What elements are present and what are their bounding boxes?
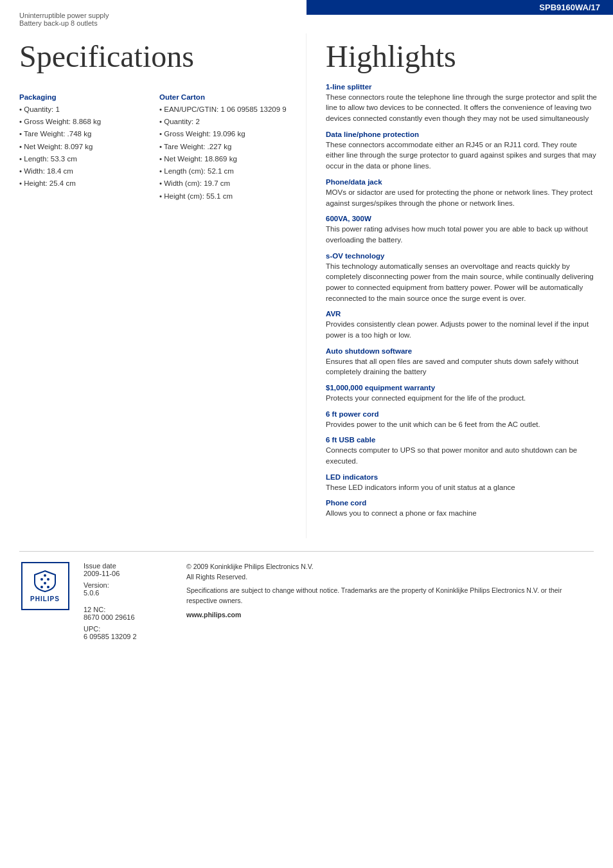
- philips-brand-text: PHILIPS: [30, 595, 60, 602]
- highlight-item: s-OV technologyThis technology automatic…: [326, 252, 597, 304]
- issue-date-value: 2009-11-06: [84, 570, 173, 577]
- list-item: Height (cm): 55.1 cm: [159, 190, 287, 203]
- highlight-text: These LED indicators inform you of unit …: [326, 482, 597, 493]
- version-value: 5.0.6: [84, 589, 173, 597]
- highlight-text: Allows you to connect a phone or fax mac…: [326, 508, 597, 519]
- highlight-item: Data line/phone protectionThese connecto…: [326, 131, 597, 172]
- svg-point-6: [47, 586, 49, 588]
- legal-text: Specifications are subject to change wit…: [186, 586, 594, 606]
- list-item: Quantity: 2: [159, 116, 287, 128]
- highlights-container: 1-line splitterThese connectors route th…: [326, 83, 597, 519]
- list-item: Net Weight: 8.097 kg: [19, 141, 147, 153]
- highlight-text: These connectors accommodate either an R…: [326, 140, 597, 172]
- highlight-item: 6 ft power cordProvides power to the uni…: [326, 410, 597, 430]
- footer-legal: © 2009 Koninklijke Philips Electronics N…: [186, 562, 594, 620]
- highlight-text: Protects your connected equipment for th…: [326, 393, 597, 404]
- highlight-item: LED indicatorsThese LED indicators infor…: [326, 473, 597, 493]
- highlight-title: Auto shutdown software: [326, 347, 597, 355]
- list-item: Width: 18.4 cm: [19, 165, 147, 177]
- list-item: Tare Weight: .227 kg: [159, 141, 287, 153]
- list-item: Net Weight: 18.869 kg: [159, 153, 287, 165]
- footer-meta: Issue date 2009-11-06 Version: 5.0.6 12 …: [84, 562, 173, 640]
- outer-carton-section: Outer Carton EAN/UPC/GTIN: 1 06 09585 13…: [159, 86, 287, 203]
- highlight-text: Ensures that all open files are saved an…: [326, 356, 597, 377]
- main-content: Specifications Packaging Quantity: 1Gros…: [0, 33, 613, 538]
- svg-point-4: [44, 582, 46, 584]
- list-item: Height: 25.4 cm: [19, 177, 147, 190]
- highlight-title: Data line/phone protection: [326, 131, 597, 138]
- product-code: SPB9160WA/17: [539, 3, 600, 12]
- highlight-item: 1-line splitterThese connectors route th…: [326, 83, 597, 124]
- highlights-title: Highlights: [326, 40, 597, 74]
- highlight-text: Provides consistently clean power. Adjus…: [326, 319, 597, 340]
- list-item: Quantity: 1: [19, 104, 147, 116]
- highlight-text: MOVs or sidactor are used for protecting…: [326, 187, 597, 208]
- highlight-title: 1-line splitter: [326, 83, 597, 91]
- issue-date-label: Issue date: [84, 562, 173, 570]
- highlight-title: $1,000,000 equipment warranty: [326, 384, 597, 392]
- upc-label: UPC:: [84, 625, 173, 633]
- rights: All Rights Reserved.: [186, 573, 247, 581]
- svg-point-5: [40, 586, 43, 588]
- svg-point-3: [47, 578, 49, 581]
- packaging-list: Quantity: 1Gross Weight: 8.868 kgTare We…: [19, 104, 147, 190]
- upc-row: UPC: 6 09585 13209 2: [84, 625, 173, 640]
- highlight-text: These connectors route the telephone lin…: [326, 92, 597, 124]
- highlight-title: 600VA, 300W: [326, 215, 597, 222]
- highlight-item: $1,000,000 equipment warrantyProtects yo…: [326, 384, 597, 404]
- philips-logo-box: PHILIPS: [21, 562, 69, 610]
- packaging-heading: Packaging: [19, 93, 147, 101]
- highlight-item: Auto shutdown softwareEnsures that all o…: [326, 347, 597, 377]
- list-item: Length: 53.3 cm: [19, 153, 147, 165]
- highlight-title: 6 ft USB cable: [326, 436, 597, 444]
- highlight-item: 600VA, 300WThis power rating advises how…: [326, 215, 597, 245]
- outer-carton-list: EAN/UPC/GTIN: 1 06 09585 13209 9Quantity…: [159, 104, 287, 203]
- issue-date-row: Issue date 2009-11-06: [84, 562, 173, 577]
- upc-value: 6 09585 13209 2: [84, 633, 173, 640]
- outer-carton-heading: Outer Carton: [159, 93, 287, 101]
- highlight-title: Phone/data jack: [326, 178, 597, 186]
- specs-title: Specifications: [19, 40, 287, 74]
- version-row: Version: 5.0.6: [84, 581, 173, 597]
- header-bar: SPB9160WA/17: [306, 0, 613, 15]
- footer-logo: PHILIPS: [19, 562, 71, 610]
- svg-point-2: [40, 578, 43, 581]
- highlight-item: 6 ft USB cableConnects computer to UPS s…: [326, 436, 597, 466]
- list-item: EAN/UPC/GTIN: 1 06 09585 13209 9: [159, 104, 287, 116]
- nc-row: 12 NC: 8670 000 29616: [84, 606, 173, 621]
- highlight-title: LED indicators: [326, 473, 597, 481]
- version-label: Version:: [84, 581, 173, 589]
- footer: PHILIPS Issue date 2009-11-06 Version: 5…: [19, 551, 594, 640]
- spec-columns: Packaging Quantity: 1Gross Weight: 8.868…: [19, 86, 287, 203]
- highlight-text: This power rating advises how much total…: [326, 224, 597, 245]
- highlight-title: Phone cord: [326, 499, 597, 507]
- left-column: Specifications Packaging Quantity: 1Gros…: [0, 33, 306, 538]
- highlight-item: Phone/data jackMOVs or sidactor are used…: [326, 178, 597, 208]
- nc-value: 8670 000 29616: [84, 613, 173, 621]
- nc-label: 12 NC:: [84, 606, 173, 613]
- highlight-text: This technology automatically senses an …: [326, 261, 597, 304]
- list-item: Tare Weight: .748 kg: [19, 128, 147, 140]
- highlight-item: AVRProvides consistently clean power. Ad…: [326, 310, 597, 340]
- highlight-text: Connects computer to UPS so that power m…: [326, 445, 597, 466]
- highlight-title: 6 ft power cord: [326, 410, 597, 418]
- svg-rect-0: [33, 570, 57, 593]
- svg-point-1: [44, 574, 46, 577]
- list-item: Gross Weight: 19.096 kg: [159, 128, 287, 140]
- product-subtitle: Battery back-up 8 outlets: [19, 19, 594, 27]
- page: SPB9160WA/17 Uninterruptible power suppl…: [0, 0, 613, 868]
- copyright: © 2009 Koninklijke Philips Electronics N…: [186, 563, 314, 570]
- copyright-text: © 2009 Koninklijke Philips Electronics N…: [186, 562, 594, 583]
- list-item: Length (cm): 52.1 cm: [159, 165, 287, 177]
- list-item: Width (cm): 19.7 cm: [159, 177, 287, 190]
- philips-shield-icon: [33, 570, 57, 593]
- website: www.philips.com: [186, 610, 594, 620]
- highlight-title: AVR: [326, 310, 597, 318]
- highlight-title: s-OV technology: [326, 252, 597, 260]
- right-column: Highlights 1-line splitterThese connecto…: [306, 33, 613, 538]
- list-item: Gross Weight: 8.868 kg: [19, 116, 147, 128]
- highlight-item: Phone cordAllows you to connect a phone …: [326, 499, 597, 519]
- packaging-section: Packaging Quantity: 1Gross Weight: 8.868…: [19, 86, 147, 203]
- highlight-text: Provides power to the unit which can be …: [326, 419, 597, 430]
